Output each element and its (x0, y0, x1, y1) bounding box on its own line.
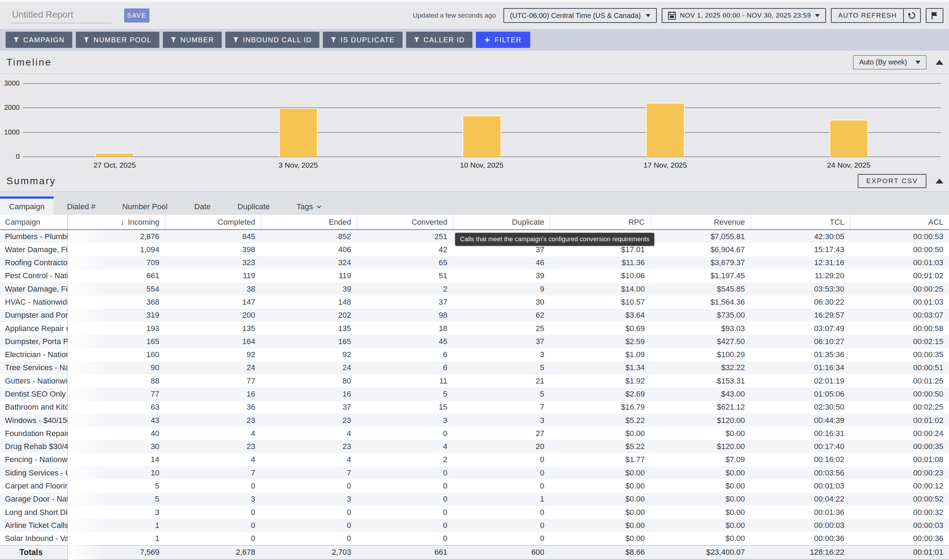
cell-rpc: $1.77 (550, 453, 650, 466)
timeline-bar[interactable] (95, 153, 134, 157)
export-csv-button[interactable]: EXPORT CSV (858, 174, 926, 188)
table-row[interactable]: Garage Door - Nation...53301$0.00$0.0000… (0, 493, 949, 506)
table-row[interactable]: Water Damage, Fire D...554383929$14.00$5… (0, 283, 949, 295)
table-row[interactable]: Solar Inbound - Variabl...10000$0.00$0.0… (0, 532, 949, 545)
column-header-rpc[interactable]: RPC (550, 215, 650, 229)
cell-tcl: 00:16:31 (750, 427, 850, 440)
tab-number-pool[interactable]: Number Pool (109, 197, 181, 215)
table-row[interactable]: Siding Services - Up to ...107700$0.00$0… (0, 466, 949, 479)
timeline-bar[interactable] (279, 108, 318, 157)
tab-duplicate[interactable]: Duplicate (224, 197, 284, 215)
timeline-bar[interactable] (830, 120, 868, 157)
table-row[interactable]: Airline Ticket Calls10000$0.00$0.0000:00… (0, 519, 949, 532)
tab-label: Number Pool (122, 202, 167, 211)
column-header-converted[interactable]: Converted (357, 215, 453, 229)
column-header-completed[interactable]: Completed (165, 215, 261, 229)
timezone-select[interactable]: (UTC-06:00) Central Time (US & Canada) (503, 8, 656, 23)
table-row[interactable]: Dumpster and Porta P...3192002029862$3.6… (0, 309, 949, 322)
refresh-button[interactable] (903, 9, 920, 22)
table-row[interactable]: HVAC - Nationwide - V...3681471483730$10… (0, 295, 949, 309)
x-axis-tick-label: 17 Nov, 2025 (616, 161, 714, 169)
column-header-ended[interactable]: Ended (261, 215, 357, 229)
column-header-tcl[interactable]: TCL (750, 215, 850, 229)
column-header-revenue[interactable]: Revenue (650, 215, 750, 229)
filter-chip-inbound-call-id[interactable]: INBOUND CALL ID (225, 32, 319, 48)
table-row[interactable]: Tree Services - Nation...90242465$1.34$3… (0, 362, 949, 374)
cell-duplicate: 39 (453, 269, 550, 283)
cell-ended: 23 (261, 440, 357, 453)
cell-incoming: 43 (68, 414, 165, 427)
column-header-incoming[interactable]: ↓Incoming (68, 215, 165, 229)
tab-date[interactable]: Date (181, 197, 224, 215)
cell-duplicate: 46 (453, 256, 550, 269)
table-row[interactable]: Pest Control - Nation...6611191195139$10… (0, 269, 949, 283)
filter-chip-campaign[interactable]: CAMPAIGN (6, 32, 72, 48)
column-header-label: Completed (218, 218, 255, 227)
chevron-down-icon (316, 205, 321, 209)
chevron-down-icon (915, 61, 920, 64)
tab-tags[interactable]: Tags (283, 197, 335, 215)
cell-campaign: Dumpster, Porta Potty,... (0, 335, 68, 348)
filter-chip-caller-id[interactable]: CALLER ID (406, 32, 473, 48)
cell-ended: 39 (261, 283, 357, 295)
cell-rpc: $10.57 (550, 295, 650, 309)
cell-incoming: 5 (68, 479, 165, 492)
filter-chip-number[interactable]: NUMBER (163, 32, 222, 48)
table-row[interactable]: Roofing Contractors7093233246546$11.36$3… (0, 256, 949, 269)
cell-duplicate: 0 (453, 506, 550, 519)
table-row[interactable]: Dentist SEO Only77161655$2.69$43.0001:05… (0, 388, 949, 400)
filter-chip-is-duplicate[interactable]: IS DUPLICATE (323, 32, 402, 48)
table-row[interactable]: Gutters - Nationwide - ...8877801121$1.9… (0, 374, 949, 388)
cell-rpc: $2.69 (550, 388, 650, 400)
cell-revenue: $3,679.37 (650, 256, 750, 269)
timeline-bar[interactable] (646, 103, 685, 157)
add-filter-button[interactable]: + FILTER (476, 32, 530, 48)
filter-chip-number-pool[interactable]: NUMBER POOL (76, 32, 159, 48)
tab-campaign[interactable]: Campaign (0, 197, 54, 215)
column-header-campaign[interactable]: Campaign (0, 215, 68, 229)
cell-duplicate: 0 (453, 519, 550, 532)
table-row[interactable]: Fencing - Nationwide144420$1.77$7.0900:1… (0, 453, 949, 466)
cell-acl: 00:01:08 (850, 453, 949, 466)
table-row[interactable]: Windows - $40/150 Se...43232333$5.22$120… (0, 414, 949, 427)
filter-chip-label: INBOUND CALL ID (243, 36, 312, 44)
table-row[interactable]: Foundation Repair4044027$0.00$0.0000:16:… (0, 427, 949, 440)
cell-ended: 148 (261, 295, 357, 309)
tab-dialed[interactable]: Dialed # (54, 197, 109, 215)
timeline-bar[interactable] (463, 115, 501, 157)
cell-tcl: 00:16:02 (750, 453, 850, 466)
filter-chip-label: CAMPAIGN (23, 36, 65, 44)
auto-refresh-button[interactable]: AUTO REFRESH (832, 9, 903, 22)
cell-incoming: 63 (68, 401, 165, 414)
table-row[interactable]: Appliance Repair up to...1931351351825$0… (0, 322, 949, 335)
table-row[interactable]: Long and Short Distan...30000$0.00$0.000… (0, 506, 949, 519)
table-row[interactable]: Electrician - Nationwid...160929263$1.09… (0, 348, 949, 362)
tab-label: Tags (296, 202, 313, 211)
column-header-label: Converted (411, 218, 447, 227)
date-range-picker[interactable]: NOV 1, 2025 00:00 - NOV 30, 2025 23:59 (662, 8, 826, 23)
cell-tcl: 00:01:03 (750, 479, 850, 492)
collapse-summary-button[interactable] (936, 178, 943, 183)
cell-tcl: 01:16:34 (750, 362, 850, 374)
save-button[interactable]: SAVE (124, 8, 150, 23)
table-row[interactable]: Bathroom and Kitchen...633637157$16.79$6… (0, 401, 949, 414)
column-header-duplicate[interactable]: Duplicate (453, 215, 550, 229)
table-row[interactable]: Drug Rehab $30/45302323420$5.22$120.0000… (0, 440, 949, 453)
cell-rpc: $1.34 (550, 362, 650, 374)
column-header-label: Duplicate (512, 218, 544, 227)
flag-button[interactable] (926, 8, 943, 23)
cell-acl: 00:01:03 (850, 256, 949, 269)
cell-incoming: 10 (68, 466, 165, 479)
table-row[interactable]: Carpet and Flooring50000$0.00$0.0000:01:… (0, 479, 949, 492)
cell-campaign: Water Damage, Fire D... (0, 283, 68, 295)
report-title-input[interactable] (11, 8, 112, 23)
interval-value: Auto (By week) (859, 58, 907, 66)
column-header-acl[interactable]: ACL (850, 215, 949, 229)
table-row[interactable]: Dumpster, Porta Potty,...1651641654537$2… (0, 335, 949, 348)
cell-incoming: 88 (68, 374, 165, 388)
cell-incoming: 319 (68, 309, 165, 322)
collapse-timeline-button[interactable] (936, 60, 943, 65)
interval-select[interactable]: Auto (By week) (853, 55, 926, 69)
cell-duplicate: 20 (453, 440, 550, 453)
cell-tcl: 03:07:49 (750, 322, 850, 335)
